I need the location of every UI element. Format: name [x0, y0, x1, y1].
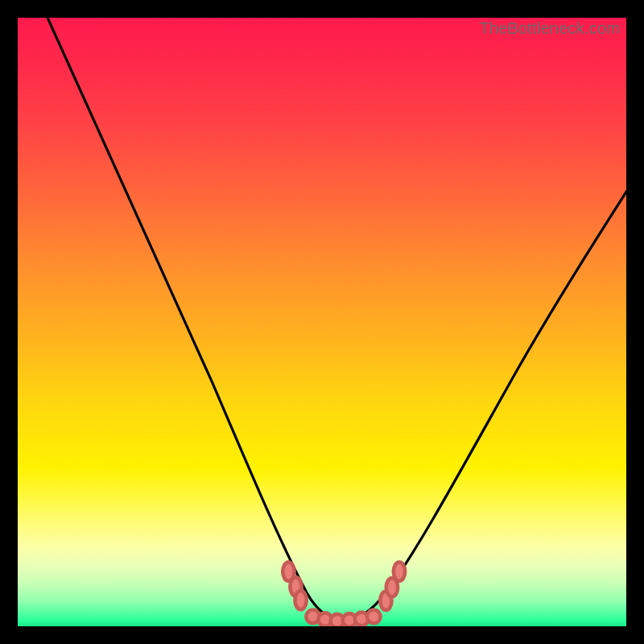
plot-area: TheBottleneck.com [18, 18, 626, 626]
chart-frame: TheBottleneck.com [0, 0, 644, 644]
curve-right [343, 182, 626, 620]
bottleneck-curve [18, 18, 626, 626]
marker-point [367, 610, 381, 624]
optimal-range-markers [283, 562, 405, 626]
curve-left [42, 18, 343, 620]
marker-point [394, 562, 405, 580]
marker-point [295, 591, 306, 609]
